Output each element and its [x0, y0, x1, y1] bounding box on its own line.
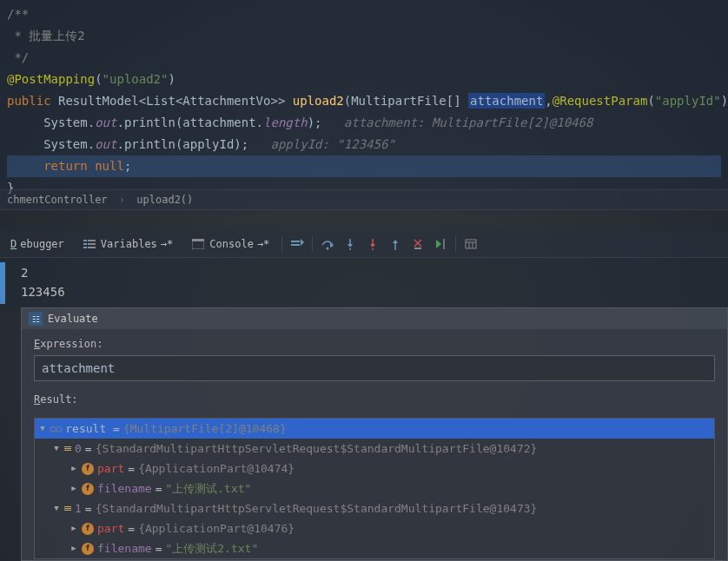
svg-rect-4: [88, 243, 96, 245]
svg-point-10: [327, 248, 329, 250]
expression-label: Expression:: [34, 338, 715, 350]
tree-row[interactable]: ▶ f part = {ApplicationPart@10476}: [35, 518, 714, 538]
gutter-highlight: [0, 262, 5, 304]
code-editor[interactable]: /** * 批量上传2 */ @PostMapping("upload2") p…: [0, 0, 728, 189]
evaluate-icon: ☷: [29, 312, 43, 326]
expand-arrow-icon[interactable]: ▶: [69, 480, 78, 497]
svg-rect-7: [192, 239, 204, 241]
dialog-titlebar[interactable]: ☷ Evaluate: [22, 308, 727, 329]
result-indicator-icon: ○○: [50, 420, 62, 437]
expand-arrow-icon[interactable]: ▼: [52, 500, 61, 517]
svg-rect-2: [83, 247, 87, 248]
tab-variables[interactable]: Variables →*: [76, 234, 178, 254]
debug-toolbar: Debugger Variables →* Console →*: [0, 231, 728, 258]
tree-row[interactable]: ▶ f part = {ApplicationPart@10474}: [35, 459, 714, 478]
code-line: public ResultModel<List<AttachmentVo>> u…: [7, 90, 721, 112]
svg-rect-0: [83, 240, 87, 241]
step-out-icon[interactable]: [387, 236, 403, 252]
inline-debug-hint: applyId: "123456": [270, 137, 394, 151]
chevron-right-icon: ›: [119, 194, 125, 206]
expand-arrow-icon[interactable]: ▼: [38, 420, 47, 437]
console-line: 123456: [21, 282, 714, 301]
console-icon: [190, 236, 206, 252]
code-line: /**: [7, 3, 721, 25]
tree-row[interactable]: ▼ 0 = {StandardMultipartHttpServletReque…: [35, 439, 714, 459]
dialog-title: Evaluate: [48, 313, 98, 325]
expression-input[interactable]: [34, 355, 715, 381]
console-output[interactable]: 2 123456: [0, 258, 728, 307]
inline-debug-hint: attachment: MultipartFile[2]@10468: [344, 116, 593, 129]
tree-row[interactable]: ▶ f filename = "上传测试.txt": [35, 478, 714, 498]
code-line: */: [7, 47, 721, 69]
svg-rect-1: [83, 243, 87, 245]
step-into-icon[interactable]: [342, 236, 358, 252]
tab-debugger[interactable]: Debugger: [5, 236, 69, 252]
svg-point-12: [349, 248, 351, 250]
svg-rect-9: [291, 244, 300, 246]
evaluate-expression-icon[interactable]: [463, 236, 479, 252]
drop-frame-icon[interactable]: [410, 236, 426, 252]
expand-arrow-icon[interactable]: ▶: [69, 540, 78, 557]
svg-rect-21: [466, 240, 476, 248]
force-step-into-icon[interactable]: [365, 236, 381, 252]
expand-arrow-icon[interactable]: ▶: [69, 460, 78, 477]
array-index-icon: [64, 506, 71, 511]
tab-console[interactable]: Console →*: [185, 234, 275, 254]
field-icon: f: [82, 543, 94, 555]
step-over-icon[interactable]: [320, 236, 335, 252]
breadcrumb-item[interactable]: chmentController: [7, 194, 108, 206]
breadcrumb-item[interactable]: upload2(): [136, 194, 193, 206]
svg-rect-3: [88, 240, 96, 241]
field-icon: f: [82, 483, 94, 495]
show-execution-point-icon[interactable]: [289, 236, 305, 252]
svg-rect-5: [88, 247, 96, 248]
pin-icon: →*: [257, 238, 269, 250]
svg-point-14: [372, 248, 374, 250]
field-icon: f: [82, 463, 94, 475]
svg-rect-8: [291, 241, 300, 242]
array-index-icon: [64, 446, 71, 451]
run-to-cursor-icon[interactable]: [433, 236, 448, 252]
tree-row-root[interactable]: ▼ ○○ result = {MultipartFile[2]@10468}: [35, 419, 714, 439]
tree-row[interactable]: ▼ 1 = {StandardMultipartHttpServletReque…: [35, 498, 714, 518]
code-line: System.out.println(attachment.length); a…: [7, 112, 721, 134]
code-line: @PostMapping("upload2"): [7, 69, 721, 90]
breadcrumb[interactable]: chmentController › upload2(): [0, 189, 728, 210]
field-icon: f: [82, 523, 94, 535]
console-line: 2: [21, 263, 714, 282]
tree-row[interactable]: ▶ f filename = "上传测试2.txt": [35, 538, 714, 558]
code-line: * 批量上传2: [7, 25, 721, 47]
result-label: Result:: [34, 393, 715, 406]
highlighted-param: attachment: [468, 93, 545, 109]
variables-icon: [82, 236, 97, 252]
code-line: System.out.println(applyId); applyId: "1…: [7, 134, 721, 155]
evaluate-dialog: ☷ Evaluate Expression: Result: ▼ ○○ resu…: [21, 307, 728, 561]
code-line-current: return null;: [7, 155, 721, 177]
pin-icon: →*: [161, 238, 173, 250]
result-tree[interactable]: ▼ ○○ result = {MultipartFile[2]@10468} ▼…: [34, 418, 715, 559]
expand-arrow-icon[interactable]: ▼: [52, 440, 61, 457]
expand-arrow-icon[interactable]: ▶: [69, 520, 78, 537]
svg-rect-19: [414, 248, 421, 249]
svg-point-16: [394, 248, 396, 250]
